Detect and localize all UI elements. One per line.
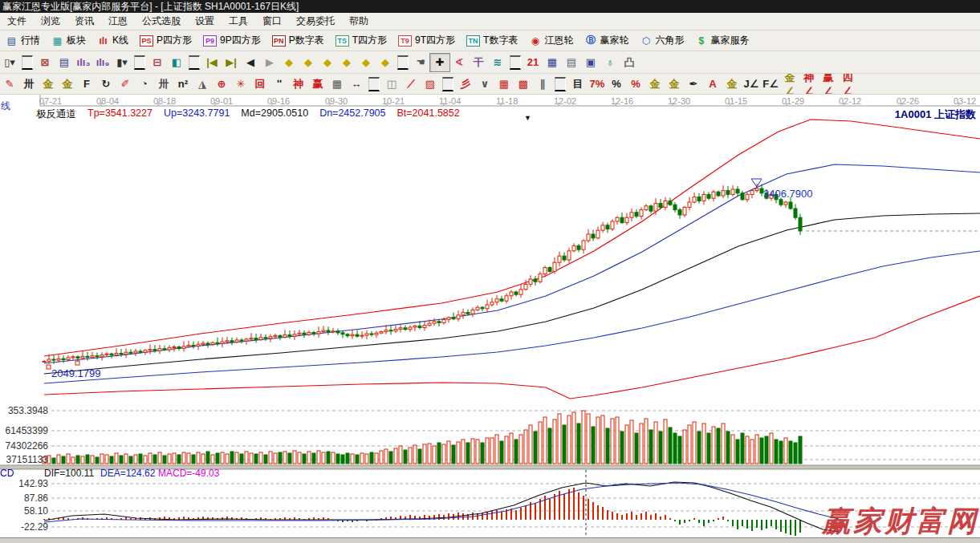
menu-item[interactable]: 设置 (188, 13, 222, 30)
percent-tool[interactable]: % (607, 75, 626, 93)
menu-item[interactable]: 帮助 (342, 13, 376, 30)
wave-button[interactable]: ≋ (488, 54, 507, 71)
gold-lines-tool[interactable]: 金 (665, 75, 684, 93)
red-grid2-tool[interactable]: ▩ (514, 75, 533, 93)
gold-circle-tool[interactable]: 金 (645, 75, 665, 93)
ray-fan-tool[interactable]: ⟋ (401, 75, 421, 93)
main-chart-area[interactable]: 线 07-2108-0408-1809-0109-1609-3010-2111-… (0, 95, 980, 537)
t-square-button[interactable]: TS T四方形 (330, 32, 392, 49)
gann-grid-button[interactable]: 干 (469, 54, 488, 71)
winner-service-button[interactable]: $ 赢家服务 (689, 32, 754, 49)
expand-all-button[interactable]: ◆ (376, 54, 395, 71)
t9-square-button[interactable]: T9 9T四方形 (392, 32, 461, 49)
quotes-button[interactable]: ▤ 行情 (0, 32, 46, 49)
parallel-lines-tool[interactable]: ∥ (533, 75, 552, 93)
gold-ruler-tool[interactable]: 金 (39, 75, 58, 93)
grid-ruler-tool[interactable]: ▦ (327, 75, 347, 93)
angle-measure-button[interactable]: ∢ (449, 54, 469, 71)
calculator-button[interactable]: ▦ (543, 54, 562, 71)
p9-square-button[interactable]: P9 9P四方形 (197, 32, 266, 49)
period-selector[interactable]: ▯▾ (0, 54, 19, 71)
shrink-v-button[interactable]: ◆ (356, 54, 376, 71)
last-bar-button[interactable]: ▶| (222, 54, 241, 71)
macd-indicator-name[interactable]: CD (0, 468, 44, 479)
zoom-right-button[interactable]: ◆ (299, 54, 318, 71)
square-spiral-tool[interactable]: 回 (250, 75, 270, 93)
time-cycle-tool[interactable]: ◔ (135, 75, 154, 93)
flag-tool[interactable]: ◮ (193, 75, 212, 93)
next-bar-button[interactable]: ▶ (260, 54, 279, 71)
door-grid-tool[interactable]: ◫ (382, 75, 401, 93)
sectors-button[interactable]: ▦ 板块 (46, 32, 91, 49)
hexagon-button[interactable]: ⬡ 六角形 (634, 32, 689, 49)
a-wave-tool[interactable]: A (703, 75, 722, 93)
info-button[interactable]: ▤ (55, 54, 74, 71)
net-button[interactable]: ♁ (600, 54, 620, 71)
web-grid-tool[interactable]: ✳ (231, 75, 250, 93)
spiral-tool[interactable]: ↻ (96, 75, 116, 93)
quote-mark-tool[interactable]: ʹʹ (270, 75, 289, 93)
side-tab-kline[interactable]: 线 (1, 101, 12, 111)
menu-item[interactable]: 窗口 (255, 13, 289, 30)
red-grid-tool[interactable]: ▦ (494, 75, 514, 93)
pencil-tool[interactable]: ✎ (0, 75, 19, 93)
menu-item[interactable]: 工具 (222, 13, 255, 30)
f-angle-tool[interactable]: F∠ (761, 75, 780, 93)
width-arrow-tool[interactable]: ↔ (347, 75, 366, 93)
box-fan-tool[interactable]: ▨ (421, 75, 440, 93)
multi-fan-tool[interactable]: 彡 (456, 75, 475, 93)
calendar-button[interactable]: 21 (523, 54, 543, 71)
volume-profile-button[interactable]: ◧ (167, 54, 186, 71)
gold-line2-tool[interactable]: 金 (722, 75, 742, 93)
j-angle-tool[interactable]: J∠ (742, 75, 761, 93)
gann-fan-circle-tool[interactable]: ⊕ (212, 75, 231, 93)
gann-wheel-button[interactable]: ◉ 江恩轮 (523, 32, 579, 49)
hand-tool-button[interactable]: ☚ (411, 54, 430, 71)
t-number-button[interactable]: TN T数字表 (461, 32, 523, 49)
menu-item[interactable]: 交易委托 (289, 13, 342, 30)
ying-angle-tool[interactable]: 赢∠ (819, 75, 838, 93)
crosshair-button[interactable]: ✚ (430, 54, 449, 71)
menu-item[interactable]: 江恩 (101, 13, 135, 30)
expand-h-button[interactable]: ◆ (318, 54, 337, 71)
four-angle-tool[interactable]: 四∠ (838, 75, 857, 93)
winner-wheel-button[interactable]: Ⓑ 赢家轮 (579, 32, 634, 49)
notes-button[interactable]: ▤ (562, 54, 581, 71)
shen-angle-tool[interactable]: 神∠ (799, 75, 819, 93)
shrink-h-button[interactable]: ◆ (337, 54, 356, 71)
gold-ruler2-tool[interactable]: 金 (58, 75, 77, 93)
indicator-dropdown-arrow[interactable]: ▼ (524, 114, 531, 122)
v-wave-tool[interactable]: ∨ (475, 75, 494, 93)
bars3-button[interactable]: ılı₃ (74, 54, 93, 71)
gold-angle-tool[interactable]: 金∠ (780, 75, 799, 93)
f-ruler-tool[interactable]: F (77, 75, 96, 93)
percent-lines-tool[interactable]: % (626, 75, 645, 93)
zoom-left-button[interactable]: ◆ (279, 54, 299, 71)
price-scale-tool[interactable]: 目 (568, 75, 588, 93)
menu-item[interactable]: 浏览 (34, 13, 67, 30)
candle-period-button[interactable]: ▮▾ (112, 54, 132, 71)
menu-item[interactable]: 公式选股 (135, 13, 188, 30)
indicator-name[interactable]: 极反通道 (36, 107, 76, 121)
ying-ruler-tool[interactable]: 赢 (308, 75, 327, 93)
p-number-button[interactable]: PN P数字表 (266, 32, 330, 49)
print-button[interactable]: 凸 (620, 54, 639, 71)
ink-pen-tool[interactable]: ✒ (684, 75, 703, 93)
marker-pen-tool[interactable]: ✐ (116, 75, 135, 93)
menu-item[interactable]: 资讯 (67, 13, 101, 30)
bars9-button[interactable]: ılı₉ (93, 54, 112, 71)
button-glyph: ◫ (387, 78, 396, 90)
save-button[interactable]: ▣ (581, 54, 600, 71)
first-bar-button[interactable]: |◀ (202, 54, 222, 71)
ruler-tool[interactable]: 卅 (19, 75, 39, 93)
stock-filter-button[interactable]: ⊠ (35, 54, 55, 71)
kline-button[interactable]: ılı K线 (91, 32, 134, 49)
tick-ruler-tool[interactable]: 卅 (154, 75, 173, 93)
menu-item[interactable]: 文件 (0, 13, 34, 30)
shen-ruler-tool[interactable]: 神 (289, 75, 308, 93)
p-square-button[interactable]: PS P四方形 (134, 32, 197, 49)
twin-kline-button[interactable]: ⊟ (148, 54, 167, 71)
n2-ruler-tool[interactable]: n² (173, 75, 193, 93)
prev-bar-button[interactable]: ◀ (241, 54, 260, 71)
percent-retrace-tool[interactable]: 7% (588, 75, 607, 93)
